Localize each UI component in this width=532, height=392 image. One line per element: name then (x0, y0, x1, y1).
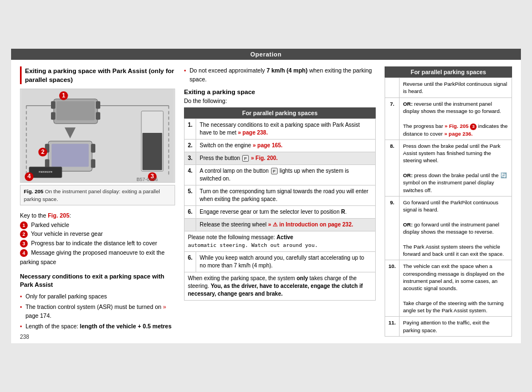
you-bold: You, as the driver, have to accelerate, … (188, 283, 363, 297)
right-step-9: 9. (385, 196, 400, 260)
right-step-11: 11. (385, 317, 400, 337)
svg-text:4: 4 (27, 173, 30, 179)
key-item-3-text: Progress bar to indicate the distance le… (31, 240, 157, 246)
svg-rect-9 (96, 112, 100, 120)
speed-warning-text: Do not exceed approximately 7 km/h (4 mp… (190, 67, 372, 82)
warning-row: When exiting the parking space, the syst… (185, 272, 376, 300)
car-diagram: 1 2 (20, 89, 175, 183)
circle-4: 4 (20, 249, 28, 257)
table-row: 7. OR: reverse until the instrument pane… (385, 97, 512, 140)
left-column: Exiting a parking space with Park Assist… (20, 66, 175, 337)
svg-rect-5 (57, 101, 95, 121)
step-text-release: Release the steering wheel » ⚠ in Introd… (196, 218, 376, 231)
key-item-1-text: Parked vehicle (31, 221, 69, 228)
step-num-accel: 6. (185, 251, 196, 272)
table-row: 6. Engage reverse gear or turn the selec… (185, 205, 376, 218)
length-bold: length of the vehicle + 0.5 metres (80, 323, 171, 329)
content-area: Exiting a parking space with Park Assist… (11, 60, 521, 343)
step-text-3: Press the button P » Fig. 200. (196, 152, 376, 164)
page-number: 238 (20, 334, 29, 340)
step-num-4: 4. (185, 164, 196, 185)
table-row: 2. Switch on the engine » page 165. (185, 139, 376, 152)
table-row: Reverse until the ParkPilot continuous s… (385, 78, 512, 98)
release-link: » ⚠ in Introduction on page 232. (268, 221, 353, 228)
circle-3: 3 (20, 240, 28, 247)
right-table-title: For parallel parking spaces (385, 66, 512, 78)
right-step-9-text: Go forward until the ParkPilot continuou… (400, 196, 512, 260)
middle-steps-table: 1. The necessary conditions to exit a pa… (184, 118, 376, 301)
bullet-length-text: Length of the space: length of the vehic… (25, 323, 172, 329)
table-row: 5. Turn on the corresponding turn signal… (185, 185, 376, 205)
svg-rect-13 (52, 144, 89, 167)
table-row: 4. A control lamp on the button P lights… (185, 164, 376, 185)
bullet-asr: The traction control system (ASR) must b… (20, 303, 175, 321)
circle-3-small: 3 (470, 123, 477, 130)
or-text-9: OR: (403, 221, 412, 228)
step-text-2: Switch on the engine » page 165. (196, 139, 376, 152)
right-step-reverse-signal: Reverse until the ParkPilot continuous s… (400, 78, 512, 98)
table-row: 3. Press the button P » Fig. 200. (185, 152, 376, 164)
page236-link: » page 236. (444, 131, 473, 137)
svg-rect-8 (51, 112, 55, 120)
note-monospace: automatic steering. Watch out around you… (188, 242, 318, 248)
right-column: For parallel parking spaces Reverse unti… (385, 66, 512, 337)
key-intro-line: Key to the Fig. 205: (20, 211, 175, 220)
note-bold: Active (277, 234, 293, 240)
right-step-10: 10. (385, 260, 400, 317)
or-text-7: OR: (403, 101, 412, 107)
header-title: Operation (250, 51, 282, 58)
right-step-8-text: Press down the brake pedal until the Par… (400, 140, 512, 196)
necessary-title: Necessary conditions to exit a parking s… (20, 272, 175, 290)
step-num-5: 5. (185, 185, 196, 205)
speed-warning: Do not exceed approximately 7 km/h (4 mp… (184, 66, 376, 84)
right-step-empty (385, 78, 400, 98)
speed-bold: 7 km/h (4 mph) (267, 67, 308, 74)
table-row: Please note the following message: Activ… (185, 231, 376, 251)
svg-text:2: 2 (41, 148, 44, 155)
right-step-10-text: The vehicle can exit the space when a co… (400, 260, 512, 317)
middle-column: Do not exceed approximately 7 km/h (4 mp… (184, 66, 376, 337)
svg-rect-6 (51, 101, 55, 109)
note-row: Please note the following message: Activ… (185, 231, 376, 251)
table-row: 6. While you keep watch around you, care… (185, 251, 376, 272)
step1-link: » page 238. (238, 130, 268, 136)
key-item-4-text: Message giving the proposed manoeuvre to… (20, 249, 165, 265)
or-text-8: OR: (403, 172, 412, 178)
step-num-release (185, 218, 196, 231)
step-text-5: Turn on the corresponding turn signal to… (196, 185, 376, 205)
svg-rect-15 (91, 144, 95, 153)
svg-rect-17 (91, 159, 95, 168)
key-item-3: 3 Progress bar to indicate the distance … (20, 239, 175, 248)
table-row: Release the steering wheel » ⚠ in Introd… (185, 218, 376, 231)
right-step-8: 8. (385, 140, 400, 196)
step-text-6: Engage reverse gear or turn the selector… (196, 205, 376, 218)
figure-caption: Fig. 205 On the instrument panel display… (20, 185, 175, 205)
step3-link: » Fig. 200. (251, 155, 278, 161)
step2-link: » page 165. (253, 142, 283, 148)
key-item-2: 2 Your vehicle in reverse gear (20, 229, 175, 239)
svg-rect-22 (142, 133, 162, 170)
figure-caption-text: On the instrument panel display: exiting… (24, 188, 160, 202)
middle-table-title: For parallel parking spaces (184, 107, 376, 118)
svg-rect-7 (96, 101, 100, 109)
do-following: Do the following: (184, 97, 376, 104)
section-title: Exiting a parking space with Park Assist… (20, 66, 175, 84)
key-item-2-text: Your vehicle in reverse gear (31, 230, 103, 237)
key-item-1: 1 Parked vehicle (20, 220, 175, 230)
fig205-link: » Fig. 205 (444, 123, 468, 129)
table-row: 10. The vehicle can exit the space when … (385, 260, 512, 317)
r-position: R (341, 209, 345, 215)
figure-label: Fig. 205 (24, 188, 43, 194)
bullet-parallel: Only for parallel parking spaces (20, 292, 175, 301)
step-text-1: The necessary conditions to exit a parki… (196, 118, 376, 139)
right-step-11-text: Paying attention to the traffic, exit th… (400, 317, 512, 337)
svg-text:B57-0136: B57-0136 (136, 177, 158, 182)
p-button-icon-2: P (271, 168, 278, 174)
key-item-4: 4 Message giving the proposed manoeuvre … (20, 248, 175, 267)
step-text-accel: While you keep watch around you, careful… (196, 251, 376, 272)
step-num-2: 2. (185, 139, 196, 152)
right-step-7: 7. (385, 97, 400, 140)
bullet-asr-text: The traction control system (ASR) must b… (25, 303, 166, 319)
bullet-parallel-text: Only for parallel parking spaces (25, 293, 107, 300)
asr-link: » (163, 303, 166, 310)
